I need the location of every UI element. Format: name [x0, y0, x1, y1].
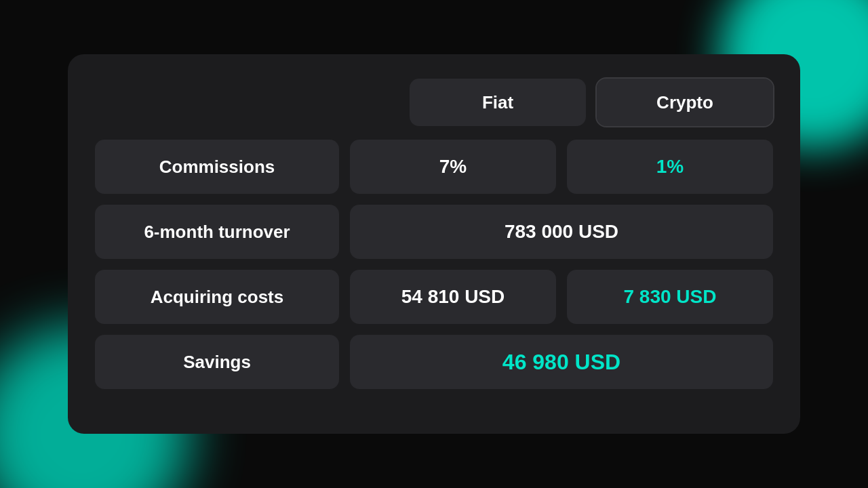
acquiring-costs-label: Acquiring costs — [95, 270, 339, 324]
commissions-row: Commissions 7% 1% — [95, 140, 773, 194]
savings-row: Savings 46 980 USD — [95, 335, 773, 389]
tab-row: Fiat Crypto — [95, 79, 773, 126]
tab-crypto[interactable]: Crypto — [597, 79, 773, 126]
acquiring-costs-row: Acquiring costs 54 810 USD 7 830 USD — [95, 270, 773, 324]
commissions-fiat-value: 7% — [350, 140, 556, 194]
acquiring-costs-crypto-value: 7 830 USD — [567, 270, 773, 324]
acquiring-costs-fiat-value: 54 810 USD — [350, 270, 556, 324]
commissions-crypto-value: 1% — [567, 140, 773, 194]
main-card: Fiat Crypto Commissions 7% 1% 6-month tu… — [68, 54, 800, 434]
turnover-value: 783 000 USD — [350, 205, 773, 259]
savings-value: 46 980 USD — [350, 335, 773, 389]
turnover-label: 6-month turnover — [95, 205, 339, 259]
turnover-row: 6-month turnover 783 000 USD — [95, 205, 773, 259]
tab-fiat[interactable]: Fiat — [410, 79, 586, 126]
savings-label: Savings — [95, 335, 339, 389]
commissions-label: Commissions — [95, 140, 339, 194]
